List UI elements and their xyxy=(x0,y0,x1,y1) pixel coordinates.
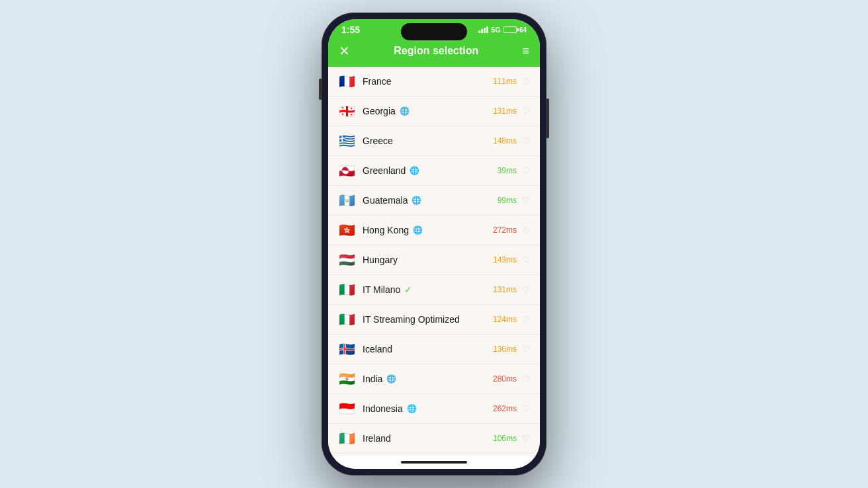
name-hungary: Hungary xyxy=(363,255,493,265)
active-check-it-milano: ✓ xyxy=(404,284,412,295)
phone-screen: 1:55 5G 64 ✕ Region selection ≡ xyxy=(328,19,540,469)
favorite-india[interactable]: ♡ xyxy=(522,374,531,384)
ping-hungary: 143ms xyxy=(493,255,517,264)
close-button[interactable]: ✕ xyxy=(339,43,350,59)
country-label-hungary: Hungary xyxy=(363,255,398,265)
ping-india: 280ms xyxy=(493,374,517,384)
ping-greenland: 39ms xyxy=(498,166,517,175)
name-greece: Greece xyxy=(363,136,493,146)
flag-france: 🇫🇷 xyxy=(337,73,356,89)
ping-georgia: 131ms xyxy=(493,106,517,116)
country-row-ireland[interactable]: 🇮🇪Ireland106ms♡ xyxy=(328,424,540,454)
ping-france: 111ms xyxy=(493,77,517,86)
name-it-streaming: IT Streaming Optimized xyxy=(363,314,493,325)
country-row-guatemala[interactable]: 🇬🇹Guatemala🌐99ms♡ xyxy=(328,186,540,216)
country-row-india[interactable]: 🇮🇳India🌐280ms♡ xyxy=(328,364,540,394)
flag-greece: 🇬🇷 xyxy=(337,133,356,149)
home-bar xyxy=(401,461,467,464)
country-label-indonesia: Indonesia xyxy=(363,403,403,414)
flag-iceland: 🇮🇸 xyxy=(337,341,356,357)
ping-ireland: 106ms xyxy=(493,434,517,443)
flag-georgia: 🇬🇪 xyxy=(337,103,356,119)
globe-icon-india: 🌐 xyxy=(386,374,396,384)
battery-fill xyxy=(504,27,512,32)
ping-greece: 148ms xyxy=(493,136,517,145)
favorite-hungary[interactable]: ♡ xyxy=(522,255,531,265)
flag-indonesia: 🇮🇩 xyxy=(337,401,356,417)
flag-it-milano: 🇮🇹 xyxy=(337,282,356,298)
country-label-greenland: Greenland xyxy=(363,165,406,176)
country-label-it-streaming: IT Streaming Optimized xyxy=(363,314,460,325)
name-it-milano: IT Milano✓ xyxy=(363,284,493,295)
country-row-greenland[interactable]: 🇬🇱Greenland🌐39ms♡ xyxy=(328,156,540,186)
favorite-indonesia[interactable]: ♡ xyxy=(522,403,531,414)
flag-it-streaming: 🇮🇹 xyxy=(337,311,356,327)
country-label-india: India xyxy=(363,374,382,384)
favorite-it-streaming[interactable]: ♡ xyxy=(522,314,531,325)
flag-guatemala: 🇬🇹 xyxy=(337,192,356,208)
country-label-greece: Greece xyxy=(363,136,393,146)
name-indonesia: Indonesia🌐 xyxy=(363,403,493,414)
battery-level: 64 xyxy=(519,26,527,34)
globe-icon-georgia: 🌐 xyxy=(400,106,410,116)
country-row-greece[interactable]: 🇬🇷Greece148ms♡ xyxy=(328,126,540,156)
name-ireland: Ireland xyxy=(363,433,493,444)
globe-icon-hong-kong: 🌐 xyxy=(413,225,423,235)
ping-it-milano: 131ms xyxy=(493,285,517,294)
flag-hong-kong: 🇭🇰 xyxy=(337,222,356,238)
country-row-it-streaming[interactable]: 🇮🇹IT Streaming Optimized124ms♡ xyxy=(328,305,540,335)
flag-ireland: 🇮🇪 xyxy=(337,430,356,446)
signal-bars xyxy=(478,26,488,33)
favorite-france[interactable]: ♡ xyxy=(522,76,531,87)
country-row-indonesia[interactable]: 🇮🇩Indonesia🌐262ms♡ xyxy=(328,394,540,424)
country-row-france[interactable]: 🇫🇷France111ms♡ xyxy=(328,67,540,97)
globe-icon-greenland: 🌐 xyxy=(410,166,419,175)
name-georgia: Georgia🌐 xyxy=(363,106,493,116)
signal-bar-3 xyxy=(484,28,486,33)
ping-guatemala: 99ms xyxy=(498,196,517,205)
status-time: 1:55 xyxy=(341,24,360,35)
country-row-it-milano[interactable]: 🇮🇹IT Milano✓131ms♡ xyxy=(328,275,540,305)
country-row-georgia[interactable]: 🇬🇪Georgia🌐131ms♡ xyxy=(328,97,540,126)
country-row-iceland[interactable]: 🇮🇸Iceland136ms♡ xyxy=(328,335,540,364)
name-hong-kong: Hong Kong🌐 xyxy=(363,225,493,235)
battery-icon xyxy=(503,26,517,33)
name-france: France xyxy=(363,76,493,87)
header-title: Region selection xyxy=(394,45,478,57)
signal-bar-2 xyxy=(481,29,483,33)
favorite-it-milano[interactable]: ♡ xyxy=(522,284,531,295)
favorite-greece[interactable]: ♡ xyxy=(522,136,531,146)
network-type: 5G xyxy=(491,26,501,34)
flag-india: 🇮🇳 xyxy=(337,371,356,387)
ping-indonesia: 262ms xyxy=(493,404,517,413)
country-label-georgia: Georgia xyxy=(363,106,396,116)
name-iceland: Iceland xyxy=(363,344,493,354)
signal-bar-4 xyxy=(486,26,488,33)
name-guatemala: Guatemala🌐 xyxy=(363,195,498,206)
globe-icon-indonesia: 🌐 xyxy=(407,404,417,413)
favorite-greenland[interactable]: ♡ xyxy=(522,165,531,176)
country-label-it-milano: IT Milano xyxy=(363,284,400,295)
country-label-iceland: Iceland xyxy=(363,344,392,354)
country-label-guatemala: Guatemala xyxy=(363,195,408,206)
ping-it-streaming: 124ms xyxy=(493,315,517,324)
flag-greenland: 🇬🇱 xyxy=(337,163,356,179)
favorite-ireland[interactable]: ♡ xyxy=(522,433,531,444)
favorite-iceland[interactable]: ♡ xyxy=(522,344,531,354)
status-right: 5G 64 xyxy=(478,26,527,34)
dynamic-island xyxy=(401,23,467,40)
app-header: ✕ Region selection ≡ xyxy=(328,38,540,67)
name-greenland: Greenland🌐 xyxy=(363,165,498,176)
ping-iceland: 136ms xyxy=(493,345,517,354)
country-list[interactable]: 🇫🇷France111ms♡🇬🇪Georgia🌐131ms♡🇬🇷Greece14… xyxy=(328,67,540,456)
country-row-hong-kong[interactable]: 🇭🇰Hong Kong🌐272ms♡ xyxy=(328,216,540,245)
favorite-guatemala[interactable]: ♡ xyxy=(522,195,531,206)
country-label-hong-kong: Hong Kong xyxy=(363,225,409,235)
menu-button[interactable]: ≡ xyxy=(522,44,529,58)
signal-bar-1 xyxy=(478,30,480,33)
phone-frame: 1:55 5G 64 ✕ Region selection ≡ xyxy=(322,13,546,475)
country-label-france: France xyxy=(363,76,392,87)
country-row-hungary[interactable]: 🇭🇺Hungary143ms♡ xyxy=(328,245,540,275)
favorite-georgia[interactable]: ♡ xyxy=(522,106,531,116)
favorite-hong-kong[interactable]: ♡ xyxy=(522,225,531,235)
